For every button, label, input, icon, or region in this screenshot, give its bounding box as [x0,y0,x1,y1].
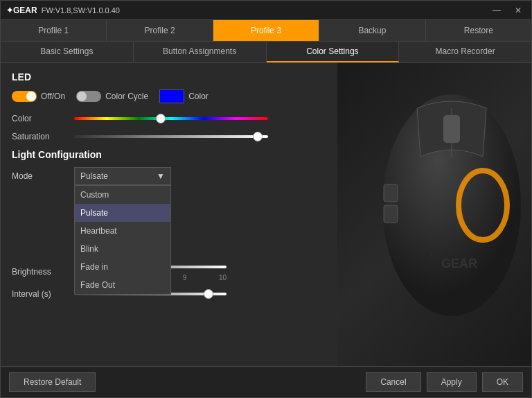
saturation-slider-thumb[interactable] [253,132,263,141]
gear-logo-icon: ✦GEAR [6,6,37,15]
color-slider-container [74,113,268,124]
color-slider-thumb[interactable] [156,114,166,123]
mode-dropdown-menu: Custom Pulsate Heartbeat Blink Fade in F… [74,185,171,295]
color-cycle-toggle[interactable] [76,91,101,102]
tab-profile2[interactable]: Profile 2 [107,20,213,41]
svg-rect-4 [384,184,398,202]
section-tabs: Basic Settings Button Assignments Color … [1,42,531,63]
mode-dropdown-wrapper: Pulsate ▼ Custom Pulsate Heartbeat Blink… [74,167,171,185]
tab-restore[interactable]: Restore [426,20,531,41]
color-swatch-group: Color [159,89,209,103]
mode-option-pulsate[interactable]: Pulsate [75,204,170,222]
bottom-right-buttons: Cancel Apply OK [366,372,523,392]
offon-label: Off/On [41,92,65,101]
interval-label: Interval (s) [12,289,67,299]
saturation-slider-container [74,131,268,142]
mode-dropdown-button[interactable]: Pulsate ▼ [74,167,171,185]
tab-macro-recorder[interactable]: Macro Recorder [399,42,531,62]
title-controls: — ✕ [488,4,526,17]
apply-button[interactable]: Apply [427,372,477,392]
mode-option-blink[interactable]: Blink [75,240,170,258]
interval-slider-thumb[interactable] [204,289,213,299]
color-swatch[interactable] [159,89,184,103]
brightness-num-10: 10 [219,274,227,282]
saturation-slider-track [74,135,268,138]
mouse-image-panel: GEAR ✦ [337,63,531,366]
color-slider-track [74,117,268,120]
saturation-slider-label: Saturation [12,132,67,141]
tab-color-settings[interactable]: Color Settings [267,42,400,62]
svg-text:✦: ✦ [427,250,434,259]
cancel-button[interactable]: Cancel [366,372,420,392]
mode-label: Mode [12,171,67,181]
tab-profile1[interactable]: Profile 1 [1,20,107,41]
main-content: LED Off/On Color Cy [1,63,531,366]
svg-text:GEAR: GEAR [441,257,477,270]
mouse-illustration: GEAR ✦ [362,67,531,330]
ok-button[interactable]: OK [482,372,523,392]
dropdown-arrow-icon: ▼ [157,171,165,181]
restore-default-button[interactable]: Restore Default [9,372,96,392]
svg-rect-5 [384,205,398,223]
mode-option-custom[interactable]: Custom [75,186,170,204]
offon-toggle[interactable] [12,91,37,102]
brightness-num-9: 9 [183,274,187,282]
app-window: ✦GEAR FW:V1.8,SW:V1.0.0.40 — ✕ Profile 1… [0,0,532,398]
mode-option-fadein[interactable]: Fade in [75,258,170,276]
bottom-bar: Restore Default Cancel Apply OK [1,366,531,397]
color-cycle-label: Color Cycle [105,92,148,101]
offon-toggle-group: Off/On [12,91,65,102]
mouse-background: GEAR ✦ [337,63,531,366]
close-button[interactable]: ✕ [511,4,526,17]
mode-selected-value: Pulsate [80,171,108,181]
tab-profile3[interactable]: Profile 3 [213,20,319,41]
mode-option-heartbeat[interactable]: Heartbeat [75,222,170,240]
mode-option-fadeout[interactable]: Fade Out [75,276,170,294]
version-label: FW:V1.8,SW:V1.0.0.40 [42,6,120,15]
title-left: ✦GEAR FW:V1.8,SW:V1.0.0.40 [6,6,120,15]
tab-button-assignments[interactable]: Button Assignments [134,42,267,62]
offon-knob [26,92,36,101]
tab-basic-settings[interactable]: Basic Settings [1,42,134,62]
color-label: Color [188,92,209,101]
minimize-button[interactable]: — [488,4,505,17]
color-slider-label: Color [12,114,67,123]
brightness-label: Brightness [12,267,67,277]
svg-rect-2 [443,115,460,143]
color-cycle-group: Color Cycle [76,91,148,102]
tab-backup[interactable]: Backup [319,20,425,41]
color-cycle-knob [77,92,87,101]
profile-tabs: Profile 1 Profile 2 Profile 3 Backup Res… [1,20,531,42]
title-bar: ✦GEAR FW:V1.8,SW:V1.0.0.40 — ✕ [1,1,531,20]
